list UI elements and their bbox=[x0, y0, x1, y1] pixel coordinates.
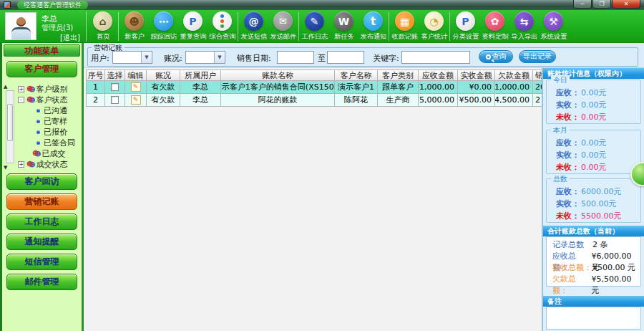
main-toolbar: ⌂ 首页 ☻ 新客户 ⋯ 跟踪回访 P 重复查询 综合查询 @ 发送短信 ✉ 发… bbox=[88, 10, 644, 43]
date-from-input[interactable] bbox=[277, 51, 314, 64]
stats-group-total: 总数 应收：6000.00元 实收：500.00元 未收：5500.00元 bbox=[546, 178, 641, 223]
row-checkbox[interactable] bbox=[111, 83, 119, 91]
calculator-icon: ▦ bbox=[395, 11, 414, 31]
tree-item-customer-level[interactable]: + ☻ 客户级别 bbox=[18, 84, 67, 95]
edit-icon[interactable] bbox=[131, 95, 141, 105]
stat-row-unpaid: 未收：0.00元 bbox=[547, 111, 640, 123]
toolbar-send-email[interactable]: ✉ 发送邮件 bbox=[268, 10, 298, 42]
toolbar-new-task[interactable]: W 新任务 bbox=[329, 10, 358, 42]
tree-scroll-down-icon[interactable]: ▼ bbox=[4, 165, 7, 171]
home-icon: ⌂ bbox=[93, 11, 112, 31]
toolbar-import-export[interactable]: ⇆ 导入导出 bbox=[509, 10, 539, 42]
tree-scrollbar-thumb[interactable] bbox=[7, 104, 13, 141]
toolbar-category-settings[interactable]: P 分类设置 bbox=[451, 10, 480, 42]
sms-icon: @ bbox=[244, 11, 263, 31]
toolbar-customer-stats[interactable]: ◔ 客户统计 bbox=[419, 10, 449, 42]
sidebar-button-marketing-accounts[interactable]: 营销记账 bbox=[6, 193, 77, 210]
cell-owed: ¥4,500.00 bbox=[495, 94, 533, 107]
user-role: 管理员(3) bbox=[42, 23, 73, 33]
collapse-minus-icon[interactable]: - bbox=[18, 97, 24, 103]
toolbar-duplicate-query[interactable]: P 重复查询 bbox=[178, 10, 208, 42]
bullet-icon bbox=[36, 130, 40, 134]
cell-owner: 李总 bbox=[180, 81, 221, 94]
bullet-icon bbox=[36, 120, 40, 123]
divider bbox=[86, 11, 87, 42]
cell-account-name: 阿花的账款 bbox=[221, 94, 335, 107]
date-filter-label: 销售日期: bbox=[237, 53, 271, 64]
people-icon: ☻ bbox=[26, 159, 33, 170]
tree-scrollbar[interactable] bbox=[6, 90, 14, 163]
bullet-icon bbox=[36, 141, 40, 145]
edit-icon[interactable] bbox=[131, 82, 141, 92]
keyword-input[interactable] bbox=[401, 51, 470, 64]
sidebar-button-work-log[interactable]: 工作日志 bbox=[6, 214, 77, 230]
records-table-area: 序号 选择 编辑 账况 所属用户 账款名称 客户名称 客户类别 应收金额 实收金… bbox=[84, 68, 542, 331]
table-row[interactable]: 1 有欠款 李总 演示客户1客户的销售合同(XS150... 演示客户1 跟单客… bbox=[86, 81, 542, 94]
tree-item-customer-status[interactable]: - ☻ 客户状态 bbox=[18, 95, 67, 105]
sidebar-button-email-management[interactable]: 邮件管理 bbox=[6, 274, 77, 290]
summary-row: 应收总额：¥6,000.00 元 bbox=[552, 251, 640, 262]
cell-category: 跟单客户 bbox=[378, 81, 419, 94]
toolbar-send-sms[interactable]: @ 发送短信 bbox=[239, 10, 268, 42]
toolbar-work-log[interactable]: ✎ 工作日志 bbox=[300, 10, 329, 42]
tree-item-contacted[interactable]: 已沟通 bbox=[35, 105, 67, 116]
tree-scroll-up-icon[interactable]: ▲ bbox=[4, 84, 7, 90]
toolbar-follow-up[interactable]: ⋯ 跟踪回访 bbox=[149, 10, 178, 42]
stats-icon: ◔ bbox=[424, 11, 444, 31]
toolbar-separator bbox=[238, 12, 238, 41]
status-select[interactable]: ▼ bbox=[185, 51, 225, 64]
cell-owner: 李总 bbox=[180, 94, 221, 107]
title-bar: 经客通客户管理软件 ─ ❐ ✕ bbox=[0, 0, 644, 10]
sidebar-button-sms-management[interactable]: 短信管理 bbox=[6, 254, 77, 270]
cell-received: ¥0.00 bbox=[458, 81, 495, 94]
user-filter-label: 用户: bbox=[91, 53, 109, 64]
maximize-button[interactable]: ❐ bbox=[592, 0, 611, 9]
close-button[interactable]: ✕ bbox=[612, 0, 640, 9]
stat-row: 应收：0.00元 bbox=[547, 137, 640, 149]
bullet-icon bbox=[36, 109, 40, 112]
expand-plus-icon[interactable]: + bbox=[18, 161, 24, 168]
sidebar-button-customer-visit[interactable]: 客户回访 bbox=[6, 173, 77, 190]
toolbar-home[interactable]: ⌂ 首页 bbox=[88, 10, 117, 42]
export-button[interactable]: 导出记录 bbox=[519, 50, 556, 63]
top-band: 李总 管理员(3) [退出] ⌂ 首页 ☻ 新客户 ⋯ 跟踪回访 P 重复查询 … bbox=[0, 10, 644, 43]
flower-icon: ✿ bbox=[485, 11, 504, 31]
new-customer-icon: ☻ bbox=[125, 11, 144, 31]
tree-item-deal-closed[interactable]: ☻ 已成交 bbox=[32, 148, 65, 159]
search-button[interactable]: 查询 bbox=[479, 50, 513, 63]
toolbar-separator bbox=[449, 12, 450, 41]
expand-plus-icon[interactable]: + bbox=[18, 86, 24, 92]
filter-bar: 营销记账 用户: ▼ 账况: ▼ 销售日期: 至 关键字: 查询 导出记录 bbox=[84, 43, 644, 68]
date-to-input[interactable] bbox=[327, 51, 364, 64]
dropdown-arrow-icon[interactable]: ▼ bbox=[141, 52, 152, 63]
sidebar-button-customer-management[interactable]: 客户管理 bbox=[6, 61, 77, 77]
summary-box: 记录总数2 条 应收总额：¥6,000.00 元 实收总额：¥500.00 元 … bbox=[546, 236, 641, 287]
toolbar-payment-records[interactable]: ▦ 收款记账 bbox=[390, 10, 419, 42]
row-checkbox[interactable] bbox=[111, 96, 119, 104]
table-row[interactable]: 2 有欠款 李总 阿花的账款 陈阿花 生产商 ¥5,000.00 ¥500.00… bbox=[86, 94, 542, 107]
import-export-icon: ⇆ bbox=[514, 11, 534, 31]
toolbar-publish-notice[interactable]: t 发布通知 bbox=[358, 10, 388, 42]
cell-index: 2 bbox=[86, 94, 105, 107]
notice-bird-icon: t bbox=[364, 11, 383, 31]
logout-link[interactable]: [退出] bbox=[60, 33, 80, 43]
stats-group-month: 本月 应收：0.00元 实收：0.00元 未收：0.00元 bbox=[546, 130, 641, 174]
toolbar-system-settings[interactable]: ⚒ 系统设置 bbox=[539, 10, 568, 42]
minimize-button[interactable]: ─ bbox=[573, 0, 592, 9]
toolbar-new-customer[interactable]: ☻ 新客户 bbox=[119, 10, 149, 42]
status-filter-label: 账况: bbox=[164, 53, 182, 64]
app-icon bbox=[4, 1, 11, 9]
toolbar-separator bbox=[118, 12, 119, 41]
tree-item-deal-status[interactable]: + ☻ 成交状态 bbox=[18, 159, 67, 170]
summary-row: 欠款总额：¥5,500.00 元 bbox=[552, 274, 640, 285]
sidebar-button-notifications[interactable]: 通知提醒 bbox=[6, 234, 77, 250]
tree-item-sample-sent[interactable]: 已寄样 bbox=[35, 116, 67, 127]
user-select[interactable]: ▼ bbox=[112, 51, 152, 64]
tree-item-quoted[interactable]: 已报价 bbox=[35, 127, 67, 138]
tree-item-contract-signed[interactable]: 已签合同 bbox=[35, 138, 75, 148]
toolbar-data-customization[interactable]: ✿ 资料定制 bbox=[480, 10, 509, 42]
toolbar-combined-query[interactable]: 综合查询 bbox=[208, 10, 237, 42]
dropdown-arrow-icon[interactable]: ▼ bbox=[214, 52, 225, 63]
sidebar-header: 功能菜单 bbox=[4, 44, 80, 57]
email-icon: ✉ bbox=[273, 11, 293, 31]
